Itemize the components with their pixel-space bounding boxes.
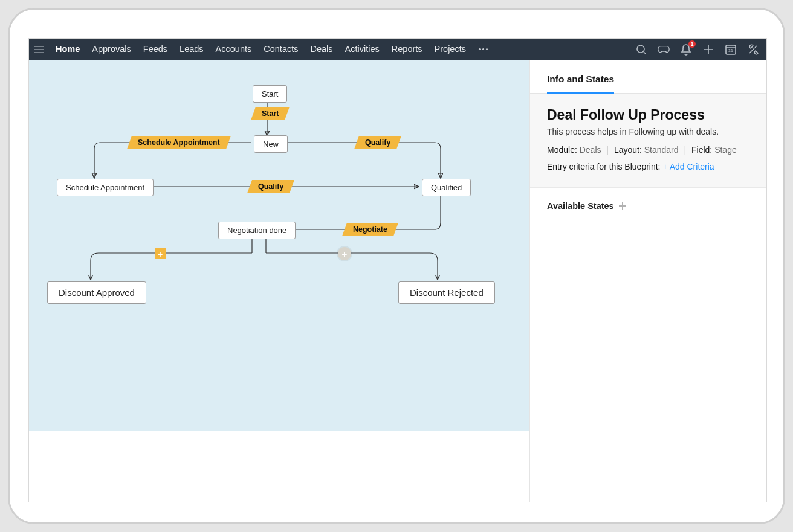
nav-accounts[interactable]: Accounts [210,39,258,60]
notification-badge: 1 [688,40,696,48]
nav-reports[interactable]: Reports [386,39,429,60]
side-panel-header: Deal Follow Up Process This process help… [530,94,767,188]
nav-more-icon[interactable] [472,48,495,50]
add-criteria-link[interactable]: + Add Criteria [662,162,714,171]
svg-point-3 [637,45,644,53]
transition-qualify-top[interactable]: Qualify [354,136,401,149]
blueprint-canvas[interactable]: Start Start New Schedule Appointment Qua… [29,60,529,431]
nav-items: Home Approvals Feeds Leads Accounts Cont… [50,39,495,60]
canvas-bottom-strip [29,431,529,502]
search-icon[interactable] [635,43,647,56]
process-description: This process helps in Following up with … [547,127,751,136]
node-new[interactable]: New [254,135,288,153]
entry-criteria: Entry criteria for this Blueprint: + Add… [547,162,751,171]
add-state-icon[interactable] [619,202,626,210]
transition-start[interactable]: Start [251,107,290,120]
tools-icon[interactable] [747,43,759,56]
topbar-right: 1 31 [635,39,763,60]
menu-icon[interactable] [29,39,50,60]
nav-approvals[interactable]: Approvals [86,39,137,60]
process-meta: Module: Deals | Layout: Standard | Field… [547,145,751,155]
node-negotiation-done[interactable]: Negotiation done [218,222,296,239]
game-controller-icon[interactable] [658,43,670,56]
top-nav: Home Approvals Feeds Leads Accounts Cont… [29,39,766,60]
transition-schedule-appointment[interactable]: Schedule Appointment [127,136,231,149]
node-discount-approved[interactable]: Discount Approved [47,281,146,304]
nav-projects[interactable]: Projects [429,39,472,60]
add-transition-left[interactable]: + [155,248,166,259]
available-states-section: Available States [530,188,767,224]
nav-home[interactable]: Home [50,39,86,60]
side-panel: Info and States Deal Follow Up Process T… [529,60,767,502]
nav-feeds[interactable]: Feeds [137,39,173,60]
meta-module-label: Module: [547,145,577,155]
transition-negotiate[interactable]: Negotiate [342,223,398,236]
device-frame: Home Approvals Feeds Leads Accounts Cont… [8,8,785,524]
node-start[interactable]: Start [253,85,287,103]
node-discount-rejected[interactable]: Discount Rejected [398,281,495,304]
meta-module-value: Deals [580,145,601,155]
plus-icon[interactable] [702,43,714,56]
meta-layout-label: Layout: [614,145,642,155]
svg-line-4 [644,52,646,54]
meta-layout-value: Standard [644,145,679,155]
nav-deals[interactable]: Deals [305,39,339,60]
available-states-label: Available States [547,201,614,211]
nav-activities[interactable]: Activities [339,39,386,60]
add-transition-right[interactable]: + [338,247,351,260]
calendar-day: 31 [728,48,733,53]
tab-info-and-states[interactable]: Info and States [547,74,614,93]
nav-contacts[interactable]: Contacts [257,39,304,60]
app-screen: Home Approvals Feeds Leads Accounts Cont… [28,38,767,502]
meta-field-value: Stage [714,145,737,155]
meta-field-label: Field: [691,145,712,155]
bell-icon[interactable]: 1 [680,43,692,56]
entry-criteria-label: Entry criteria for this Blueprint: [547,162,662,171]
side-panel-tabs: Info and States [530,60,767,94]
nav-leads[interactable]: Leads [173,39,210,60]
process-title: Deal Follow Up Process [547,107,751,123]
node-qualified[interactable]: Qualified [422,179,471,196]
transition-qualify-mid[interactable]: Qualify [247,180,294,193]
calendar-icon[interactable]: 31 [725,43,737,56]
node-schedule-appointment[interactable]: Schedule Appointment [57,179,154,196]
